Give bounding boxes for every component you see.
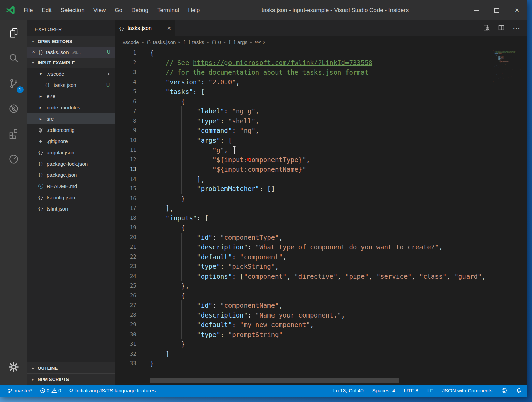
code-line-30[interactable]: "type": "promptString" [150,330,527,340]
code-line-32[interactable]: ] [150,349,527,359]
search-icon[interactable] [0,46,27,71]
eol-setting[interactable]: LF [427,388,433,393]
tree-item-src[interactable]: ▸src [27,113,115,124]
line-number[interactable]: 16 [115,194,150,204]
code-line-13[interactable]: "${input:componentName}" [150,165,527,174]
breadcrumb-tasks[interactable]: [ ]tasks [183,39,204,45]
line-number[interactable]: 25 [115,281,150,291]
line-number[interactable]: 8 [115,116,150,126]
breadcrumb-.vscode[interactable]: .vscode [121,39,139,45]
breadcrumb-args[interactable]: [ ]args [228,39,247,45]
code-line-7[interactable]: "label": "ng g", [150,106,527,116]
code-line-25[interactable]: }, [150,281,527,291]
gauge-icon[interactable] [0,146,27,172]
line-number[interactable]: 15 [115,184,150,194]
tree-item-tsconfig.json[interactable]: {}tsconfig.json [27,192,115,203]
explorer-icon[interactable] [0,20,27,46]
git-branch-status[interactable]: master* [8,388,32,393]
feedback-smiley-icon[interactable] [501,388,507,393]
tree-item-package-lock.json[interactable]: {}package-lock.json [27,158,115,169]
menu-debug[interactable]: Debug [127,0,153,20]
extensions-icon[interactable] [0,121,27,146]
problems-status[interactable]: 0 0 [40,388,61,393]
code-line-20[interactable]: "id": "componentType", [150,233,527,243]
tab-tasks-json[interactable]: {} tasks.json × [115,20,175,36]
tree-item-node_modules[interactable]: ▸node_modules [27,102,115,113]
line-number[interactable]: 28 [115,310,150,320]
line-number[interactable]: 31 [115,339,150,349]
line-number[interactable]: 10 [115,136,150,145]
language-mode[interactable]: JSON with Comments [442,388,492,393]
settings-gear-icon[interactable] [0,353,27,381]
line-number[interactable]: 21 [115,242,150,252]
code-line-15[interactable]: "problemMatcher": [] [150,184,527,194]
tree-item-package.json[interactable]: {}package.json [27,169,115,181]
code-line-19[interactable]: { [150,223,527,233]
tree-item-tslint.json[interactable]: {}tslint.json [27,203,115,214]
tree-item-.vscode[interactable]: ▾.vscode● [27,68,115,79]
code-line-31[interactable]: } [150,339,527,349]
code-line-17[interactable]: ], [150,203,527,213]
code-line-11[interactable]: "g", [150,145,527,155]
source-control-icon[interactable]: 1 [0,71,27,96]
minimap[interactable]: { // See https://go.microsoft.com/fwlink… [491,48,527,385]
line-number[interactable]: 19 [115,223,150,233]
npm-scripts-section-header[interactable]: ▸ NPM SCRIPTS [27,373,115,385]
indentation-setting[interactable]: Spaces: 4 [372,388,395,393]
tree-item-README.md[interactable]: iREADME.md [27,181,115,192]
menu-help[interactable]: Help [183,0,204,20]
line-number[interactable]: 33 [115,359,150,369]
line-number[interactable]: 24 [115,272,150,281]
outline-section-header[interactable]: ▸ OUTLINE [27,362,115,373]
breadcrumb-tasks.json[interactable]: {}tasks.json [146,39,176,45]
line-number[interactable]: 11 [115,145,150,155]
tree-item-.editorconfig[interactable]: .editorconfig [27,124,115,136]
line-number[interactable]: 7 [115,106,150,116]
code-line-21[interactable]: "description": "What type of component d… [150,242,527,252]
code-line-24[interactable]: "options": ["component", "directive", "p… [150,272,527,281]
code-line-28[interactable]: "description": "Name your component.", [150,310,527,320]
maximize-button[interactable] [486,0,507,20]
line-number[interactable]: 1 [115,48,150,58]
minimize-button[interactable] [466,0,486,20]
line-number[interactable]: 17 [115,203,150,213]
line-number[interactable]: 12 [115,155,150,165]
line-number[interactable]: 20 [115,233,150,243]
tree-item-tasks.json[interactable]: {}tasks.jsonU [27,79,115,91]
code-line-8[interactable]: "type": "shell", [150,116,527,126]
debug-icon[interactable] [0,96,27,121]
code-line-29[interactable]: "default": "my-new-component", [150,320,527,330]
code-line-14[interactable]: ], [150,174,527,184]
tree-item-e2e[interactable]: ▸e2e [27,91,115,102]
more-actions-icon[interactable]: ··· [513,25,520,32]
line-number[interactable]: 13 [115,165,150,174]
code-line-9[interactable]: "command": "ng", [150,126,527,136]
code-line-5[interactable]: "tasks": [ [150,87,527,97]
code-line-27[interactable]: "id": "componentName", [150,300,527,310]
code-line-4[interactable]: "version": "2.0.0", [150,77,527,87]
code-line-2[interactable]: // See https://go.microsoft.com/fwlink/?… [150,58,527,68]
line-number[interactable]: 9 [115,126,150,136]
close-icon[interactable]: × [167,25,171,32]
horizontal-scrollbar[interactable] [150,378,399,383]
line-number[interactable]: 6 [115,97,150,107]
tree-item-.gitignore[interactable]: ◆.gitignore [27,136,115,147]
line-number[interactable]: 3 [115,67,150,77]
menu-terminal[interactable]: Terminal [153,0,183,20]
code-line-33[interactable]: } [150,359,527,369]
split-editor-icon[interactable] [498,24,505,32]
line-number[interactable]: 27 [115,300,150,310]
cursor-position[interactable]: Ln 13, Col 40 [333,388,363,393]
open-changes-icon[interactable] [483,24,490,32]
menu-view[interactable]: View [89,0,110,20]
code-line-26[interactable]: { [150,291,527,301]
menu-selection[interactable]: Selection [56,0,89,20]
code-line-6[interactable]: { [150,97,527,107]
line-number[interactable]: 22 [115,252,150,262]
tree-item-angular.json[interactable]: {}angular.json [27,147,115,158]
close-icon[interactable]: × [32,49,35,55]
menu-go[interactable]: Go [110,0,127,20]
close-button[interactable]: × [507,0,527,20]
code-line-12[interactable]: "${input:componentType}", [150,155,527,165]
code-line-3[interactable]: // for the documentation about the tasks… [150,67,527,77]
